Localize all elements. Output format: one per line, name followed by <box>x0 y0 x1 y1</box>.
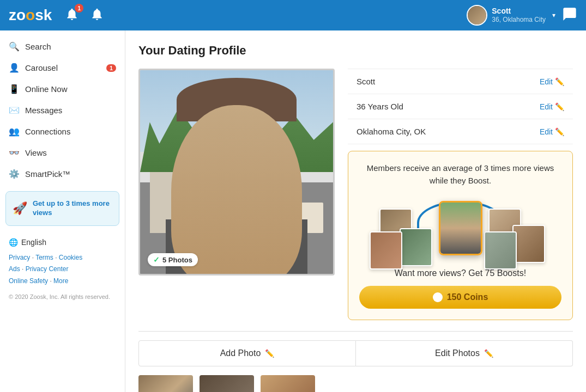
sidebar-item-label: Connections <box>25 127 70 136</box>
layout: 🔍 Search 👤 Carousel 1 📱 Online Now ✉️ Me… <box>0 30 586 392</box>
cookies-link[interactable]: Cookies <box>59 254 82 261</box>
boost-center-photo <box>439 201 482 255</box>
page-container: Your Dating Profile <box>125 30 586 392</box>
notifications-badge: 1 <box>75 4 83 13</box>
ads-link[interactable]: Ads <box>9 265 20 273</box>
boost-photo-3 <box>370 231 402 270</box>
messages-icon[interactable] <box>562 7 577 24</box>
sidebar-item-label: Views <box>25 148 47 157</box>
pencil-icon-2: ✏️ <box>484 349 493 358</box>
bell-icon[interactable] <box>90 7 104 23</box>
add-photo-button[interactable]: Add Photo ✏️ <box>138 340 356 366</box>
profile-section: ✓ 5 Photos Scott Edit ✏️ 36 Years Old <box>138 69 573 320</box>
profile-photo-wrap: ✓ 5 Photos <box>138 69 335 320</box>
profile-info: Scott Edit ✏️ 36 Years Old Edit ✏️ Oklah… <box>348 69 573 320</box>
sidebar-item-label: Search <box>25 42 51 51</box>
online-safety-link[interactable]: Online Safety <box>9 277 48 285</box>
terms-link[interactable]: Terms <box>35 254 53 261</box>
notifications-icon[interactable]: 1 <box>65 7 79 23</box>
edit-location-button[interactable]: Edit ✏️ <box>540 127 564 136</box>
sidebar-item-smartpick[interactable]: ⚙️ SmartPick™ <box>0 163 125 185</box>
photo-thumb-2[interactable]: ✅ <box>200 375 254 392</box>
check-icon: ✓ <box>153 255 160 264</box>
coins-button[interactable]: 150 Coins <box>359 286 561 309</box>
edit-photos-label: Edit Photos <box>435 348 480 358</box>
profile-photo-frame: ✓ 5 Photos <box>138 69 335 275</box>
person-face <box>171 105 302 274</box>
chevron-down-icon: ▾ <box>552 11 555 19</box>
boost-sidebar-box[interactable]: 🚀 Get up to 3 times more views <box>5 191 119 226</box>
boost-photo-6 <box>484 231 517 270</box>
globe-icon: 🌐 <box>9 238 18 247</box>
boost-views-text: Want more views? Get 75 Boosts! <box>359 268 561 278</box>
profile-age: 36 Years Old <box>357 102 403 111</box>
boost-photo-2 <box>400 228 432 266</box>
sidebar-item-messages[interactable]: ✉️ Messages <box>0 100 125 121</box>
boost-sidebar-text: Get up to 3 times more views <box>33 199 112 218</box>
sidebar-item-carousel[interactable]: 👤 Carousel 1 <box>0 57 125 78</box>
carousel-icon: 👤 <box>9 63 20 73</box>
sidebar-item-connections[interactable]: 👥 Connections <box>0 121 125 142</box>
edit-photos-button[interactable]: Edit Photos ✏️ <box>356 340 573 366</box>
avatar <box>467 5 487 26</box>
language-label: English <box>21 238 46 247</box>
messages-nav-icon: ✉️ <box>9 105 20 115</box>
smartpick-icon: ⚙️ <box>9 169 20 179</box>
coin-icon <box>433 292 443 302</box>
photo-thumb-3[interactable]: ✅ <box>261 375 315 392</box>
user-location: 36, Oklahoma City <box>492 16 546 23</box>
views-icon: 👓 <box>9 148 20 158</box>
profile-location-row: Oklahoma City, OK Edit ✏️ <box>348 119 573 144</box>
profile-name-row: Scott Edit ✏️ <box>348 69 573 94</box>
page-title: Your Dating Profile <box>138 44 573 58</box>
edit-name-button[interactable]: Edit ✏️ <box>540 77 564 86</box>
logo[interactable]: zoosk <box>9 7 52 24</box>
header-right: Scott 36, Oklahoma City ▾ <box>467 5 577 26</box>
photo-count-text: 5 Photos <box>162 256 192 264</box>
carousel-badge: 1 <box>106 64 116 72</box>
add-photo-label: Add Photo <box>220 348 261 358</box>
rocket-icon: 🚀 <box>13 201 27 216</box>
sidebar: 🔍 Search 👤 Carousel 1 📱 Online Now ✉️ Me… <box>0 30 125 392</box>
sidebar-item-label: Messages <box>25 106 62 115</box>
coins-label: 150 Coins <box>447 292 488 302</box>
language-selector[interactable]: 🌐 English <box>9 238 116 247</box>
search-icon: 🔍 <box>9 41 20 52</box>
boost-photo-5 <box>512 225 545 263</box>
sidebar-item-label: SmartPick™ <box>25 169 70 179</box>
sidebar-item-views[interactable]: 👓 Views <box>0 142 125 163</box>
boost-promo-box: Members receive an average of 3 times mo… <box>348 151 573 320</box>
header-icons: 1 <box>65 7 467 23</box>
connections-icon: 👥 <box>9 126 20 137</box>
profile-age-row: 36 Years Old Edit ✏️ <box>348 94 573 119</box>
action-bar: Add Photo ✏️ Edit Photos ✏️ <box>138 331 573 366</box>
boost-promo-text: Members receive an average of 3 times mo… <box>359 162 561 187</box>
profile-name: Scott <box>357 77 375 86</box>
sidebar-item-label: Carousel <box>25 63 58 72</box>
user-name: Scott <box>492 7 546 16</box>
online-now-icon: 📱 <box>9 84 20 94</box>
sidebar-item-search[interactable]: 🔍 Search <box>0 36 125 57</box>
more-link[interactable]: More <box>53 277 68 285</box>
profile-location: Oklahoma City, OK <box>357 127 426 136</box>
pencil-icon: ✏️ <box>265 349 274 358</box>
profile-photo <box>140 70 333 274</box>
footer-links: Privacy · Terms · Cookies Ads · Privacy … <box>9 252 116 287</box>
edit-age-button[interactable]: Edit ✏️ <box>540 102 564 111</box>
copyright-text: © 2020 Zoosk, Inc. All rights reserved. <box>9 293 116 301</box>
main-content: Your Dating Profile <box>125 30 586 392</box>
sidebar-item-online-now[interactable]: 📱 Online Now <box>0 78 125 100</box>
sidebar-item-label: Online Now <box>25 84 68 94</box>
boost-images <box>359 195 561 261</box>
user-name-info: Scott 36, Oklahoma City <box>492 7 546 23</box>
photo-thumbnails-row: ✅ ✅ ✅ <box>138 375 573 392</box>
privacy-link[interactable]: Privacy <box>9 254 30 261</box>
photo-thumb-1[interactable]: ✅ <box>138 375 193 392</box>
photo-count-badge: ✓ 5 Photos <box>148 253 198 266</box>
privacy-center-link[interactable]: Privacy Center <box>26 265 69 273</box>
user-menu[interactable]: Scott 36, Oklahoma City ▾ <box>467 5 555 26</box>
header: zoosk 1 Scott 36, Oklahoma City ▾ <box>0 0 586 30</box>
sidebar-footer: 🌐 English Privacy · Terms · Cookies Ads … <box>0 232 125 307</box>
